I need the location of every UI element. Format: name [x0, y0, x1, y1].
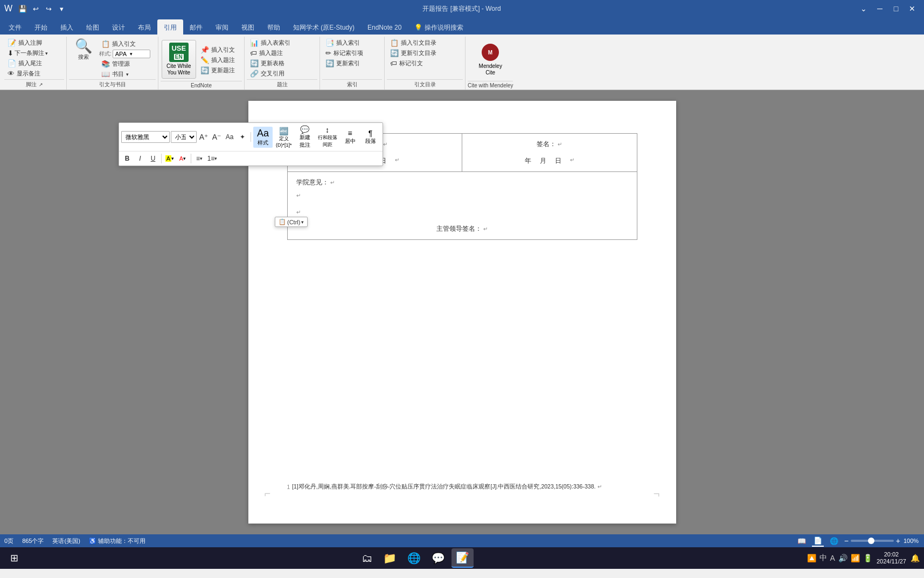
- numbering-dropdown-icon[interactable]: ▾: [214, 156, 217, 161]
- font-name-select[interactable]: 微软雅黑: [121, 131, 170, 143]
- clear-format-button[interactable]: ✦: [237, 131, 248, 143]
- insert-citation-index-button[interactable]: 📋 插入引文目录: [388, 38, 439, 48]
- insert-index-button[interactable]: 📑 插入索引: [323, 38, 362, 48]
- update-citation-index-button[interactable]: 🔄 更新引文目录: [388, 48, 439, 58]
- bib-dropdown-icon[interactable]: ▾: [126, 72, 129, 77]
- style-dropdown-icon[interactable]: ▾: [130, 51, 133, 57]
- notification-button[interactable]: 🔔: [911, 554, 920, 562]
- tab-home[interactable]: 开始: [28, 19, 54, 35]
- start-button[interactable]: ⊞: [4, 548, 24, 568]
- underline-button[interactable]: U: [147, 153, 159, 164]
- volume-icon[interactable]: 🔊: [838, 554, 847, 562]
- change-case-button[interactable]: Aa: [224, 131, 235, 143]
- line-spacing-button[interactable]: ↕ 行和段落间距: [316, 125, 339, 149]
- font-color-dropdown-icon[interactable]: ▾: [183, 156, 186, 161]
- bibliography-button[interactable]: 📖 书目 ▾: [99, 69, 150, 79]
- language-indicator[interactable]: 英语(美国): [52, 537, 80, 545]
- zoom-thumb[interactable]: [868, 538, 874, 544]
- redo-button[interactable]: ↪: [43, 3, 54, 15]
- font-color-button[interactable]: A ▾: [177, 153, 189, 164]
- tab-file[interactable]: 文件: [2, 19, 28, 35]
- search-button[interactable]: 🔍 搜索: [70, 38, 97, 62]
- show-notes-button[interactable]: 👁 显示备注: [5, 68, 50, 79]
- tab-mailings[interactable]: 邮件: [183, 19, 209, 35]
- tab-design[interactable]: 设计: [106, 19, 131, 35]
- cross-reference-button[interactable]: 🔗 交叉引用: [248, 68, 287, 79]
- endnote-edit-citation-button[interactable]: ✏️ 插入题注: [198, 55, 237, 65]
- tab-insert[interactable]: 插入: [54, 19, 80, 35]
- insert-citation-button[interactable]: 📋 插入引文: [99, 39, 150, 49]
- dropdown-arrow-icon[interactable]: ▾: [45, 51, 48, 56]
- tab-references[interactable]: 引用: [157, 19, 183, 35]
- tab-search[interactable]: 💡 操作说明搜索: [408, 19, 469, 35]
- mark-citation-button[interactable]: 🏷 标记引文: [388, 58, 425, 68]
- cross-ref-icon: 🔗: [250, 70, 259, 78]
- taskbar-wechat[interactable]: 💬: [427, 548, 449, 568]
- clock-display[interactable]: 20:02 2024/11/27: [877, 551, 906, 565]
- mark-entry-button[interactable]: ✏ 标记索引项: [323, 48, 365, 58]
- new-comment-button[interactable]: 💬 新建批注: [295, 124, 315, 150]
- tab-layout[interactable]: 布局: [131, 19, 157, 35]
- font-size-decrease-button[interactable]: A⁻: [211, 131, 223, 143]
- update-index-button[interactable]: 🔄 更新索引: [323, 58, 362, 68]
- bold-button[interactable]: B: [121, 153, 133, 164]
- tray-expand-icon[interactable]: 🔼: [807, 554, 816, 562]
- style-large-button[interactable]: Aa 样式: [253, 127, 273, 148]
- insert-caption-button[interactable]: 🏷 插入题注: [248, 48, 285, 58]
- paragraph-button[interactable]: ¶ 段落: [361, 128, 380, 146]
- keyboard-icon[interactable]: A: [830, 554, 835, 562]
- update-table-button[interactable]: 🔄 更新表格: [248, 58, 287, 68]
- paste-ctrl-popup[interactable]: 📋 (Ctrl) ▾: [275, 217, 308, 227]
- insert-footnote-button[interactable]: 📝 插入注脚: [5, 38, 50, 48]
- customize-qa-button[interactable]: ▾: [55, 3, 67, 15]
- minimize-button[interactable]: ─: [872, 1, 887, 16]
- tab-draw[interactable]: 绘图: [80, 19, 106, 35]
- highlight-button[interactable]: A ▾: [164, 153, 176, 164]
- mendeley-content: M MendeleyCite: [468, 37, 513, 81]
- footnote-dialog-launcher[interactable]: ↗: [39, 82, 43, 87]
- numbering-button[interactable]: 1≡ ▾: [206, 153, 218, 164]
- insert-endnote-button[interactable]: 📄 插入尾注: [5, 58, 50, 68]
- web-view-button[interactable]: 🌐: [828, 535, 840, 547]
- taskbar-word[interactable]: 📝: [451, 548, 474, 568]
- tab-estudy[interactable]: 知网学术 (原E-Study): [287, 19, 361, 35]
- read-view-button[interactable]: 📖: [796, 535, 808, 547]
- close-button[interactable]: ✕: [905, 1, 920, 16]
- define-button[interactable]: 🔤 定义(D)*[1]*: [274, 126, 294, 149]
- undo-button[interactable]: ↩: [30, 3, 41, 15]
- ribbon-display-button[interactable]: ⌄: [856, 1, 871, 16]
- zoom-out-button[interactable]: −: [844, 536, 849, 545]
- font-size-increase-button[interactable]: A⁺: [198, 131, 210, 143]
- taskbar-file-manager[interactable]: 📁: [379, 548, 401, 568]
- save-button[interactable]: 💾: [17, 3, 29, 15]
- insert-table-of-figures-button[interactable]: 📊 插入表索引: [248, 38, 293, 48]
- network-icon[interactable]: 📶: [851, 554, 860, 562]
- tab-review[interactable]: 审阅: [209, 19, 235, 35]
- highlight-dropdown-icon[interactable]: ▾: [171, 156, 174, 161]
- taskbar-explorer[interactable]: 🗂: [357, 548, 377, 568]
- caption-group: 📊 插入表索引 🏷 插入题注 🔄 更新表格 🔗 交叉引用 题注: [245, 37, 320, 90]
- manage-sources-button[interactable]: 📚 管理源: [99, 59, 150, 69]
- page-view-button[interactable]: 📄: [812, 535, 824, 547]
- zoom-slider[interactable]: [851, 540, 894, 542]
- bullets-dropdown-icon[interactable]: ▾: [200, 156, 203, 161]
- next-footnote-button[interactable]: ⬇ 下一条脚注 ▾: [5, 48, 50, 58]
- italic-button[interactable]: I: [134, 153, 146, 164]
- citation-style-select[interactable]: APA ▾: [113, 50, 150, 58]
- bullets-button[interactable]: ≡ ▾: [193, 153, 205, 164]
- battery-icon[interactable]: 🔋: [863, 554, 872, 562]
- font-size-select[interactable]: 小五: [171, 131, 197, 143]
- tab-endnote[interactable]: EndNote 20: [361, 19, 408, 35]
- tab-help[interactable]: 帮助: [261, 19, 287, 35]
- cite-while-you-write-button[interactable]: USEEN Cite WhileYou Write: [162, 40, 196, 79]
- input-method-icon[interactable]: 中: [819, 553, 827, 563]
- endnote-insert-citation-button[interactable]: 📌 插入引文: [198, 45, 237, 55]
- taskbar-edge[interactable]: 🌐: [403, 548, 425, 568]
- ctrl-dropdown-icon[interactable]: ▾: [301, 219, 304, 225]
- tab-view[interactable]: 视图: [235, 19, 261, 35]
- endnote-update-button[interactable]: 🔄 更新题注: [198, 65, 237, 75]
- mendeley-cite-button[interactable]: M MendeleyCite: [474, 40, 506, 78]
- zoom-in-button[interactable]: +: [896, 536, 900, 545]
- align-center-button[interactable]: ≡ 居中: [341, 128, 360, 146]
- maximize-button[interactable]: □: [888, 1, 904, 16]
